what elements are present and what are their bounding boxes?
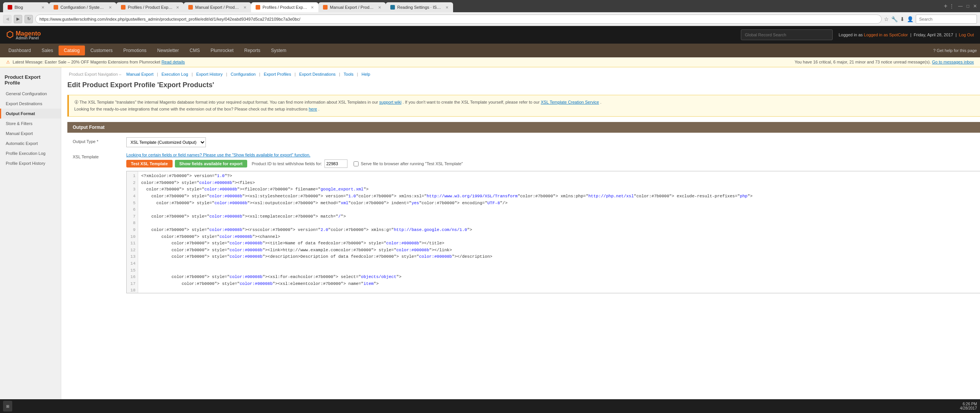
info-box: 🛈 The XSL Template "translates" the inte… (67, 95, 980, 117)
sidebar-item-output-format[interactable]: Output Format (0, 109, 61, 119)
line-number: 18 (129, 287, 135, 293)
top-nav-item-system[interactable]: System (266, 46, 292, 55)
content-nav-link-export-profiles[interactable]: Export Profiles (264, 72, 291, 76)
code-editor[interactable]: 1234567891011121314151617181920212223242… (126, 171, 980, 293)
browser-tabs: Blog✕Configuration / System / Magento ..… (3, 0, 941, 12)
browser-tab-tab7[interactable]: Manual Export / Product Export / M...✕ (318, 2, 386, 12)
browser-tab-tab5[interactable]: Manual Export / Product Export / M...✕ (184, 2, 251, 12)
browser-tab-tab6[interactable]: Profiles / Product Export / Export P...✕ (251, 2, 318, 12)
output-type-row: Output Type * XSL Template (Customized O… (67, 137, 980, 147)
forward-button[interactable]: ▶ (14, 15, 22, 23)
support-wiki-link[interactable]: support wiki (379, 100, 401, 104)
admin-user-info: Logged in as Logged in as SpotColor | Fr… (839, 33, 974, 37)
go-to-messages-link[interactable]: Go to messages inbox (932, 60, 974, 64)
setup-instructions-link[interactable]: here (309, 107, 317, 111)
main-content: Product Export Navigation – Manual Expor… (61, 67, 980, 413)
address-bar[interactable] (35, 15, 882, 24)
maximize-icon[interactable]: □ (967, 3, 969, 9)
sidebar-title: Product Export Profile (0, 70, 61, 89)
sidebar-item-store-&-filters[interactable]: Store & Filters (0, 119, 61, 128)
content-nav-link-export-history[interactable]: Export History (196, 72, 223, 76)
top-nav-item-cms[interactable]: CMS (184, 46, 205, 55)
browser-tab-tab4[interactable]: Profiles / Product Export / Magneto ...✕ (116, 2, 184, 12)
code-line: color:#7b0000"> style="color:#00008b"><x… (141, 274, 980, 281)
code-content[interactable]: <?xmlcolor:#7b0000"> version="1.0"?>colo… (138, 171, 980, 293)
tab-close[interactable]: ✕ (41, 5, 44, 10)
tab-title: Profiles / Product Export / Export P... (263, 5, 308, 10)
tab-close[interactable]: ✕ (378, 5, 381, 10)
back-button[interactable]: ◀ (3, 15, 11, 23)
output-type-label: Output Type * (73, 137, 126, 144)
tab-close[interactable]: ✕ (176, 5, 179, 10)
nav-separator: | (294, 72, 297, 76)
product-id-input[interactable] (324, 159, 347, 168)
close-icon[interactable]: ✕ (973, 3, 977, 9)
top-nav-item-plumrocket[interactable]: Plumrocket (205, 46, 239, 55)
product-id-label: Product ID to test with/show fields for: (252, 161, 322, 166)
top-nav-item-promotions[interactable]: Promotions (118, 46, 152, 55)
browser-menu-icon[interactable]: ⋮ (949, 3, 954, 9)
top-nav-item-sales[interactable]: Sales (36, 46, 59, 55)
user-icon[interactable]: 👤 (907, 16, 913, 22)
test-xsl-button[interactable]: Test XSL Template (126, 160, 173, 167)
sidebar-item-export-destinations[interactable]: Export Destinations (0, 99, 61, 109)
reload-button[interactable]: ↻ (24, 15, 33, 23)
top-nav-item-reports[interactable]: Reports (239, 46, 266, 55)
code-lines: 1234567891011121314151617181920212223242… (127, 171, 980, 293)
content-nav-link-export-destinations[interactable]: Export Destinations (299, 72, 336, 76)
content-nav-link-manual-export[interactable]: Manual Export (126, 72, 153, 76)
line-number: 10 (129, 234, 135, 241)
tab-favicon (8, 5, 12, 10)
sidebar-items: General ConfigurationExport Destinations… (0, 89, 61, 168)
xsl-help-link[interactable]: Looking for certain fields or field name… (126, 153, 980, 157)
read-details-link[interactable]: Read details (161, 60, 185, 64)
line-number: 4 (129, 193, 135, 200)
browser-tab-tab1[interactable]: Reading Settings · ISOC — WordPress✕ (386, 2, 453, 12)
browser-tab-tab2[interactable]: Blog✕ (3, 2, 49, 12)
content-nav-link-execution-log[interactable]: Execution Log (161, 72, 188, 76)
help-link[interactable]: ? Get help for this page (933, 48, 977, 53)
serve-checkbox[interactable] (354, 161, 359, 166)
output-type-select[interactable]: XSL Template (Customized Output) (126, 137, 206, 147)
content-nav-link-help[interactable]: Help (362, 72, 370, 76)
start-button[interactable]: ⊞ (3, 401, 12, 411)
new-tab-button[interactable]: + (944, 3, 947, 10)
logout-link[interactable]: Log Out (959, 33, 974, 37)
line-number: 11 (129, 240, 135, 247)
tab-close[interactable]: ✕ (311, 5, 314, 10)
main-layout: Product Export Profile General Configura… (0, 67, 980, 413)
sidebar-item-profile-export-history[interactable]: Profile Export History (0, 158, 61, 168)
code-line: color:#7b0000"> style="color:#00008b"><f… (141, 186, 980, 193)
tab-favicon (256, 5, 260, 10)
tab-title: Profiles / Product Export / Magneto ... (128, 5, 174, 10)
xsl-template-row: XSL Template Looking for certain fields … (67, 153, 980, 293)
bookmark-icon[interactable]: ☆ (884, 16, 889, 22)
top-nav-item-newsletter[interactable]: Newsletter (152, 46, 184, 55)
sidebar-item-manual-export[interactable]: Manual Export (0, 128, 61, 138)
top-nav-item-dashboard[interactable]: Dashboard (3, 46, 36, 55)
browser-search-input[interactable] (916, 15, 977, 24)
alert-message: Latest Message: Easter Sale – 20% OFF Ma… (13, 60, 160, 64)
tab-favicon (188, 5, 193, 10)
sidebar-item-general-configuration[interactable]: General Configuration (0, 89, 61, 99)
line-numbers: 1234567891011121314151617181920212223242… (127, 171, 138, 293)
browser-tab-tab3[interactable]: Configuration / System / Magento ...✕ (49, 2, 116, 12)
content-nav-link-configuration[interactable]: Configuration (231, 72, 256, 76)
output-type-control: XSL Template (Customized Output) (126, 137, 980, 147)
xsl-creation-link[interactable]: XSL Template Creation Service (541, 100, 599, 104)
tab-close[interactable]: ✕ (243, 5, 246, 10)
top-nav-item-customers[interactable]: Customers (85, 46, 118, 55)
sidebar-item-automatic-export[interactable]: Automatic Export (0, 138, 61, 148)
show-fields-button[interactable]: Show fields available for export (175, 160, 247, 167)
global-search-input[interactable] (741, 29, 833, 40)
code-line: color:#7b0000"> style="color:#00008b"><c… (141, 234, 980, 241)
code-line: color:#7b0000"> style="color:#00008b"><d… (141, 254, 980, 260)
top-nav-item-catalog[interactable]: Catalog (59, 46, 85, 55)
extension-icon[interactable]: 🔧 (891, 16, 898, 22)
tab-close[interactable]: ✕ (109, 5, 112, 10)
sidebar-item-profile-execution-log[interactable]: Profile Execution Log (0, 148, 61, 158)
tab-close[interactable]: ✕ (445, 5, 448, 10)
minimize-icon[interactable]: — (958, 3, 963, 9)
download-icon[interactable]: ⬇ (900, 16, 905, 22)
content-nav-link-tools[interactable]: Tools (344, 72, 354, 76)
